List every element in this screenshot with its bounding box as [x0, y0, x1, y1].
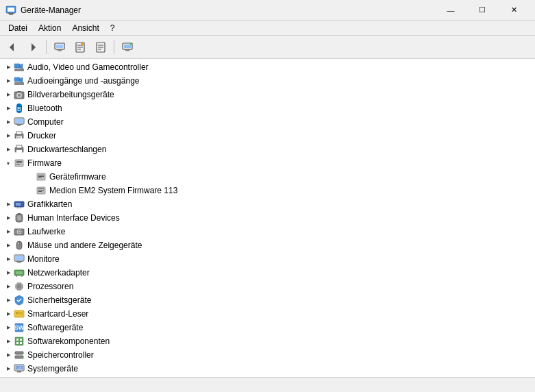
expand-btn-grafikkarten[interactable] — [3, 199, 14, 210]
svg-rect-22 — [124, 49, 131, 50]
svg-rect-56 — [38, 188, 44, 189]
tree-item-computer[interactable]: Computer — [0, 115, 535, 129]
maximize-button[interactable]: ☐ — [466, 0, 498, 21]
expand-btn-bluetooth[interactable] — [3, 103, 14, 114]
firmware-item-icon — [36, 171, 47, 182]
forward-icon — [27, 42, 38, 53]
expand-btn-softwarekomponenten[interactable] — [3, 336, 14, 347]
audio-icon — [14, 62, 25, 73]
properties-button[interactable] — [71, 38, 90, 57]
svg-rect-113 — [16, 371, 23, 371]
tree-item-softwarekomponenten[interactable]: Softwarekomponenten — [0, 334, 535, 348]
tree-item-human-interface[interactable]: Human Interface Devices — [0, 211, 535, 225]
label-systemgerate: Systemgeräte — [27, 364, 78, 373]
expand-btn-sicherheitsgerate[interactable] — [3, 295, 14, 306]
expand-btn-audioein[interactable] — [3, 75, 14, 86]
svg-rect-105 — [20, 342, 22, 344]
expand-btn-prozessoren[interactable] — [3, 281, 14, 292]
expand-btn-drucker[interactable] — [3, 130, 14, 141]
camera-icon — [14, 89, 25, 100]
expand-btn-druckwarteschlangen[interactable] — [3, 144, 14, 155]
expand-btn-monitore[interactable] — [3, 254, 14, 265]
label-computer: Computer — [27, 117, 64, 127]
tree-item-audio-video[interactable]: Audio, Video und Gamecontroller — [0, 60, 535, 74]
svg-rect-38 — [16, 124, 23, 125]
tree-item-firmware[interactable]: Firmware — [0, 156, 535, 170]
svg-rect-46 — [16, 150, 22, 153]
label-sicherheitsgerate: Sicherheitsgeräte — [27, 295, 91, 305]
expand-btn-systemgerate[interactable] — [3, 363, 14, 374]
tree-item-systemgerate[interactable]: SYSSystemgeräte — [0, 362, 535, 376]
tree-item-bluetooth[interactable]: BBluetooth — [0, 101, 535, 115]
expand-btn-computer[interactable] — [3, 117, 14, 127]
tree-item-drucker[interactable]: Drucker — [0, 129, 535, 143]
label-audioein: Audioeingänge und -ausgänge — [27, 76, 139, 86]
app-icon — [5, 5, 16, 16]
tree-item-bildverarbeitung[interactable]: Bildverarbeitungsgeräte — [0, 88, 535, 101]
tree-item-mause[interactable]: Mäuse und andere Zeigegeräte — [0, 238, 535, 252]
svg-rect-57 — [38, 190, 44, 191]
svg-rect-7 — [56, 45, 63, 48]
svg-rect-41 — [16, 136, 22, 139]
menu-aktion[interactable]: Aktion — [33, 21, 66, 36]
close-button[interactable]: ✕ — [498, 0, 530, 21]
expand-btn-bildverarbeitung[interactable] — [3, 89, 14, 100]
tree-item-speichercontroller[interactable]: Speichercontroller — [0, 348, 535, 362]
tree-item-softwaregerate[interactable]: SWSoftwaregeräte — [0, 321, 535, 334]
expand-btn-laufwerke[interactable] — [3, 226, 14, 237]
svg-text:SW: SW — [14, 324, 25, 331]
svg-rect-58 — [38, 191, 42, 192]
svg-rect-54 — [38, 177, 42, 178]
tree-item-laufwerke[interactable]: Laufwerke — [0, 225, 535, 238]
minimize-button[interactable]: — — [435, 0, 466, 21]
tree-item-grafikkarten[interactable]: Grafikkarten — [0, 197, 535, 211]
tree-item-sicherheitsgerate[interactable]: Sicherheitsgeräte — [0, 293, 535, 307]
tree-item-monitore[interactable]: Monitore — [0, 252, 535, 266]
tree-item-tastaturen[interactable]: Tastaturen — [0, 376, 535, 377]
expand-btn-smartcard[interactable] — [3, 308, 14, 319]
back-icon — [7, 42, 18, 53]
back-button[interactable] — [3, 38, 22, 57]
svg-rect-36 — [15, 119, 23, 123]
svg-rect-1 — [8, 8, 14, 12]
software-icon: SW — [14, 322, 25, 333]
menu-ansicht[interactable]: Ansicht — [66, 21, 104, 36]
svg-rect-26 — [14, 69, 24, 71]
tree-view[interactable]: Audio, Video und GamecontrollerAudioeing… — [0, 59, 535, 377]
svg-rect-75 — [17, 262, 21, 263]
update-button[interactable] — [91, 38, 110, 57]
svg-marker-25 — [20, 64, 23, 69]
tree-item-druckwarteschlangen[interactable]: Druckwarteschlangen — [0, 143, 535, 156]
computer-button[interactable] — [50, 38, 69, 57]
label-softwarekomponenten: Softwarekomponenten — [27, 336, 110, 346]
tree-item-netzwerkadapter[interactable]: Netzwerkadapter — [0, 266, 535, 280]
title-bar-controls: — ☐ ✕ — [435, 0, 530, 21]
tree-item-prozessoren[interactable]: Prozessoren — [0, 280, 535, 293]
menu-datei[interactable]: Datei — [3, 21, 33, 36]
tree-item-audioein[interactable]: Audioeingänge und -ausgänge — [0, 74, 535, 88]
menu-help[interactable]: ? — [105, 21, 121, 36]
expand-btn-netzwerkadapter[interactable] — [3, 267, 14, 278]
expand-btn-speichercontroller[interactable] — [3, 350, 14, 360]
forward-button[interactable] — [23, 38, 42, 57]
cpu-icon — [14, 281, 25, 292]
tree-item-geratefirmware[interactable]: Gerätefirmware — [0, 170, 535, 184]
expand-btn-firmware[interactable] — [3, 158, 14, 169]
svg-rect-76 — [16, 261, 23, 262]
label-firmware: Firmware — [27, 158, 62, 168]
expand-btn-human-interface[interactable] — [3, 212, 14, 223]
svg-marker-5 — [32, 43, 36, 51]
svg-marker-28 — [20, 77, 23, 83]
svg-rect-20 — [124, 45, 131, 48]
monitor-button[interactable] — [118, 38, 137, 57]
svg-rect-42 — [17, 137, 21, 138]
svg-point-108 — [21, 352, 23, 354]
expand-btn-mause[interactable] — [3, 240, 14, 251]
expand-btn-softwaregerate[interactable] — [3, 322, 14, 333]
tree-item-medion-firmware[interactable]: Medion EM2 System Firmware 113 — [0, 184, 535, 197]
label-medion-firmware: Medion EM2 System Firmware 113 — [49, 186, 177, 195]
expand-btn-audio-video[interactable] — [3, 62, 14, 73]
svg-rect-80 — [16, 271, 23, 274]
audio-io-icon — [14, 75, 25, 86]
tree-item-smartcard[interactable]: Smartcard-Leser — [0, 307, 535, 321]
